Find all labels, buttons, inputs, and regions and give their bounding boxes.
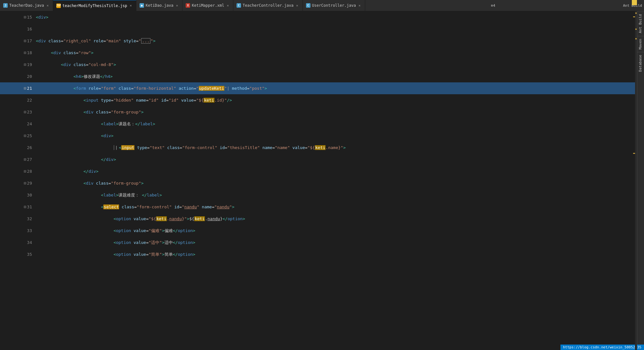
line-num-34: 34 xyxy=(0,237,35,248)
tab-close[interactable]: × xyxy=(358,3,362,8)
scroll-marker-top xyxy=(635,13,637,14)
line-content-27: ..........................</div> xyxy=(35,154,632,165)
tab-label: KetiDao.java xyxy=(146,3,173,8)
fold-icon-25[interactable]: ⊟ xyxy=(24,133,27,138)
fold-icon-19[interactable]: ⊟ xyxy=(24,62,27,67)
line-num-22: 22 xyxy=(0,94,35,106)
fold-icon-29[interactable]: ⊟ xyxy=(24,181,27,186)
line-content-33: ...............................<option v… xyxy=(35,225,632,237)
tab-icon-user-ctrl: C xyxy=(306,3,310,8)
line-content-34: ...............................<option v… xyxy=(35,237,632,248)
line-num-23: ⊟ 23 xyxy=(0,106,35,118)
tab-label: KetiMapper.xml xyxy=(192,3,224,8)
tab-label: TeacherController.java xyxy=(243,3,294,8)
line-16: 16 xyxy=(0,23,637,35)
tab-close[interactable]: × xyxy=(129,3,133,8)
tab-close[interactable]: × xyxy=(295,3,299,8)
database-panel[interactable]: Database xyxy=(637,52,644,74)
line-content-35: ...............................<option v… xyxy=(35,248,632,260)
tab-icon-teacher-ctrl: C xyxy=(237,3,241,8)
line-num-15: ⊟ 15 xyxy=(0,11,35,23)
fold-icon-28[interactable]: ⊟ xyxy=(24,169,27,174)
line-29: ⊟ 29 ...................<div class="form… xyxy=(0,177,637,189)
line-28: ⊟ 28 ...................</div> xyxy=(0,165,637,177)
line-num-32: 32 xyxy=(0,213,35,225)
ant-build-panel[interactable]: Ant Build xyxy=(637,11,644,36)
tab-close[interactable]: × xyxy=(45,3,50,8)
line-content-32: ...............................<option v… xyxy=(35,213,632,225)
fold-icon-21[interactable]: ⊟ xyxy=(24,86,27,91)
highlight-updateketi: updateKeti xyxy=(199,86,224,91)
line-num-30: 30 xyxy=(0,189,35,201)
tab-teachermodify[interactable]: JSP teacherModifyThesisTitle.jsp × xyxy=(53,0,136,11)
tab-icon-java: J xyxy=(3,3,8,8)
line-30: 30 ..........................<label>课题难度… xyxy=(0,189,637,201)
line-content-15: <div> xyxy=(35,11,632,23)
line-num-21: ⊟ 21 xyxy=(0,82,35,94)
tab-ketimapper[interactable]: X KetiMapper.xml × xyxy=(182,0,233,11)
fold-icon-17[interactable]: ⊟ xyxy=(24,38,27,43)
line-content-30: ..........................<label>课题难度： <… xyxy=(35,189,632,201)
line-18: ⊟ 18 ......<div class="row"> xyxy=(0,47,637,59)
line-content-24: ..........................<label>课题名：</l… xyxy=(35,118,632,130)
scroll-marker-mid xyxy=(635,29,637,30)
highlight-keti-name: keti xyxy=(315,145,326,150)
line-35: 35 ...............................<optio… xyxy=(0,248,637,260)
tab-usercontroller[interactable]: C UserController.java × xyxy=(303,0,365,11)
line-content-19: ..........<div class="col-md-8"> xyxy=(35,59,632,71)
highlight-keti-nandu1: keti xyxy=(156,216,167,221)
line-num-17: ⊟ 17 xyxy=(0,35,35,47)
line-content-28: ...................</div> xyxy=(35,165,632,177)
tab-teacherdao[interactable]: J TeacherDao.java × xyxy=(0,0,53,11)
line-31: ⊟ 31 ..........................<select c… xyxy=(0,201,637,213)
line-num-18: ⊟ 18 xyxy=(0,47,35,59)
editor-container: ⊟ 15 <div> 16 ⊟ 17 <div class="rig xyxy=(0,11,644,350)
line-26: 26 ............................... | <in… xyxy=(0,142,637,154)
line-num-31: ⊟ 31 xyxy=(0,201,35,213)
tab-overflow[interactable]: ≡4 xyxy=(488,0,498,11)
highlight-input: input xyxy=(121,145,134,150)
side-panels: Ant Build Maven Database xyxy=(637,11,644,350)
tab-label: teacherModifyThesisTitle.jsp xyxy=(62,4,127,8)
tab-label: UserController.java xyxy=(312,3,356,8)
tab-close[interactable]: × xyxy=(175,3,179,8)
tab-icon-xml: X xyxy=(186,3,190,8)
line-22: 22 ...................<input type="hidde… xyxy=(0,94,637,106)
line-21: ⊟ 21 ...............<form role="form" cl… xyxy=(0,82,637,94)
status-bar: https://blog.csdn.net/weixin_50052135 xyxy=(560,345,644,350)
tab-bar: J TeacherDao.java × JSP teacherModifyThe… xyxy=(0,0,644,11)
line-num-20: 20 xyxy=(0,71,35,82)
status-url: https://blog.csdn.net/weixin_50052135 xyxy=(563,345,641,349)
tab-close[interactable]: × xyxy=(226,3,230,8)
tab-icon-jsp: JSP xyxy=(56,4,61,8)
line-20: 20 ...............<h4>修改课题</h4> xyxy=(0,71,637,82)
line-num-35: 35 xyxy=(0,248,35,260)
highlight-keti-id: keti xyxy=(204,98,214,103)
line-24: 24 ..........................<label>课题名：… xyxy=(0,118,637,130)
line-34: 34 ...............................<optio… xyxy=(0,237,637,248)
fold-icon-15[interactable]: ⊟ xyxy=(24,15,27,20)
line-content-31: ..........................<select class=… xyxy=(35,201,632,213)
line-19: ⊟ 19 ..........<div class="col-md-8"> xyxy=(0,59,637,71)
line-32: 32 ...............................<optio… xyxy=(0,213,637,225)
ant-build-indicator xyxy=(632,0,637,5)
line-content-23: ...................<div class="form-grou… xyxy=(35,106,632,118)
highlight-select: select xyxy=(103,204,119,209)
maven-panel[interactable]: Maven xyxy=(637,36,644,52)
line-num-19: ⊟ 19 xyxy=(0,59,35,71)
line-content-17: <div class="right_col" role="main" style… xyxy=(35,35,632,47)
tab-overflow-label: ≡4 xyxy=(491,4,495,8)
scroll-indicators xyxy=(635,11,637,350)
line-content-21: ...............<form role="form" class="… xyxy=(35,82,632,94)
fold-icon-31[interactable]: ⊟ xyxy=(24,204,27,209)
fold-icon-18[interactable]: ⊟ xyxy=(24,50,27,55)
fold-icon-27[interactable]: ⊟ xyxy=(24,157,27,162)
line-content-20: ...............<h4>修改课题</h4> xyxy=(35,71,632,82)
tab-teachercontroller[interactable]: C TeacherController.java × xyxy=(233,0,303,11)
line-content-26: ............................... | <input… xyxy=(35,142,632,154)
line-content-25: ..........................<div> xyxy=(35,130,632,142)
tab-ketidao[interactable]: ● KetiDao.java × xyxy=(136,0,182,11)
line-content-29: ...................<div class="form-grou… xyxy=(35,177,632,189)
line-15: ⊟ 15 <div> xyxy=(0,11,637,23)
fold-icon-23[interactable]: ⊟ xyxy=(24,110,27,114)
